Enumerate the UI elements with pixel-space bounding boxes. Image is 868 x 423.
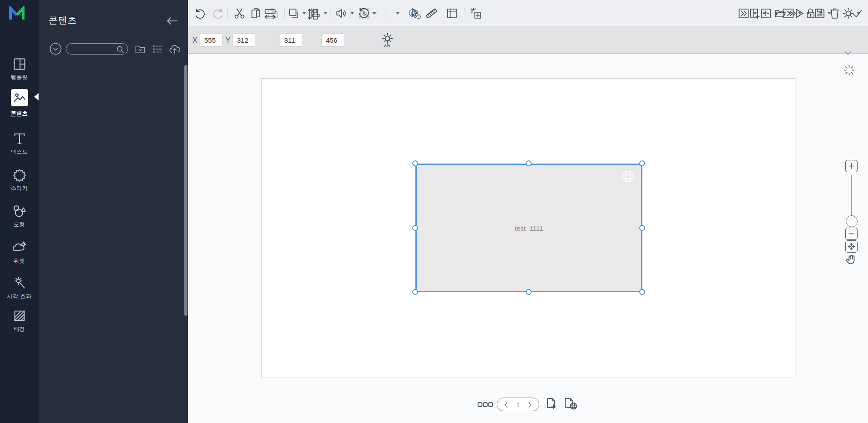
visual-effects-icon	[13, 276, 26, 290]
contents-panel: 콘텐츠	[39, 0, 188, 423]
emphasis-animation-button[interactable]	[760, 7, 774, 20]
background-icon	[13, 309, 26, 323]
resize-handle-se[interactable]	[639, 289, 645, 295]
exit-animation-button[interactable]	[782, 7, 796, 20]
enter-animation-button[interactable]	[738, 7, 751, 20]
toolbar-divider	[385, 8, 385, 19]
zoom-slider-knob[interactable]	[846, 215, 858, 227]
page-navigator: 1	[497, 398, 539, 411]
duplicate-button[interactable]	[288, 7, 300, 20]
resize-handle-ne[interactable]	[639, 160, 645, 166]
height-icon	[307, 7, 319, 21]
api-label: API	[384, 44, 390, 48]
enter-animation-caret[interactable]	[753, 12, 757, 15]
undo-button[interactable]	[194, 7, 206, 20]
sidebar-item-contents[interactable]: 콘텐츠	[0, 88, 39, 124]
history-button[interactable]	[358, 7, 370, 20]
toolbar-divider	[350, 8, 351, 19]
confirm-check-button[interactable]	[851, 7, 863, 20]
width-icon	[263, 7, 277, 20]
sidebar-item-label: 도형	[0, 221, 39, 229]
upload-cloud-icon[interactable]	[169, 44, 181, 55]
ruler-button[interactable]	[425, 7, 438, 20]
ghost-globe-icon	[620, 169, 636, 185]
guide-table-button[interactable]	[446, 7, 458, 20]
search-box[interactable]	[66, 43, 128, 55]
align-dropdown-caret[interactable]	[324, 12, 327, 15]
add-page-button[interactable]	[546, 397, 558, 410]
sidebar-item-label: 템플릿	[0, 74, 39, 81]
search-input[interactable]	[71, 45, 116, 53]
toolbar-divider	[227, 8, 228, 19]
contents-icon	[11, 89, 28, 106]
collapse-toolbar-chevron-icon[interactable]	[844, 50, 852, 56]
resize-handle-n[interactable]	[526, 160, 532, 166]
resize-handle-nw[interactable]	[412, 160, 418, 166]
sidebar-item-templates[interactable]: 템플릿	[0, 54, 39, 89]
sidebar-item-label: 시각 효과	[0, 293, 39, 300]
resize-handle-e[interactable]	[639, 225, 645, 231]
sparkle-burst-icon	[843, 64, 855, 76]
delete-button[interactable]	[829, 7, 841, 20]
toolbar-divider	[330, 8, 331, 19]
panel-search-row	[39, 43, 188, 55]
left-nav-rail: 템플릿 콘텐츠 텍스트 스티커 도형 위젯 시각 효과 배경	[0, 0, 39, 423]
audio-button[interactable]	[335, 7, 347, 20]
selected-element-test-1111[interactable]: test_1111	[415, 164, 642, 292]
sidebar-item-background[interactable]: 배경	[0, 305, 39, 341]
collapse-panel-arrow-icon[interactable]	[166, 16, 178, 25]
duplicate-dropdown-caret[interactable]	[302, 12, 306, 15]
width-input[interactable]	[280, 33, 302, 47]
pan-hand-button[interactable]	[845, 254, 858, 266]
sidebar-item-sticker[interactable]: 스티커	[0, 164, 39, 200]
add-effect-button[interactable]	[470, 7, 482, 20]
active-item-notch	[34, 93, 39, 100]
redo-button[interactable]	[212, 7, 224, 20]
element-label: test_1111	[417, 224, 641, 232]
sticker-icon	[13, 168, 26, 182]
toolbar-divider	[464, 8, 464, 19]
panel-scrollbar[interactable]	[184, 65, 187, 316]
toolbar-divider	[260, 8, 260, 19]
zoom-out-button[interactable]	[845, 228, 858, 240]
search-icon	[116, 45, 124, 53]
app-logo-icon[interactable]	[9, 6, 25, 21]
text-icon	[13, 132, 26, 145]
list-view-icon[interactable]	[152, 44, 163, 55]
folder-icon[interactable]	[135, 44, 146, 55]
cursor-refresh-button[interactable]	[409, 7, 421, 20]
audio-dropdown-caret[interactable]	[350, 12, 354, 15]
api-settings-button[interactable]	[381, 32, 394, 45]
resize-handle-s[interactable]	[526, 289, 532, 295]
fit-to-screen-button[interactable]	[845, 240, 858, 253]
sidebar-item-label: 스티커	[0, 184, 39, 192]
resize-handle-sw[interactable]	[412, 289, 418, 295]
zoom-slider-track[interactable]	[851, 175, 852, 215]
sidebar-item-visual-effects[interactable]: 시각 효과	[0, 273, 39, 308]
history-dropdown-caret[interactable]	[372, 12, 376, 15]
toolbar-divider	[284, 8, 285, 19]
sidebar-item-shapes[interactable]: 도형	[0, 201, 39, 236]
api-dropdown-caret[interactable]	[396, 12, 399, 15]
resize-handle-w[interactable]	[412, 225, 418, 231]
y-input[interactable]	[232, 33, 255, 47]
next-page-chevron[interactable]	[526, 401, 533, 408]
shapes-icon	[13, 204, 26, 218]
emphasis-animation-caret[interactable]	[775, 12, 779, 15]
sidebar-item-label: 콘텐츠	[0, 110, 39, 118]
sidebar-item-widget[interactable]: 위젯	[0, 237, 39, 273]
lock-dropdown-caret[interactable]	[819, 12, 823, 15]
panel-title: 콘텐츠	[49, 14, 77, 26]
cut-button[interactable]	[233, 7, 246, 20]
sidebar-item-label: 위젯	[0, 257, 39, 265]
exit-animation-caret[interactable]	[798, 12, 802, 15]
lock-button[interactable]	[804, 7, 817, 20]
zoom-in-button[interactable]	[845, 160, 858, 172]
filter-dropdown-icon[interactable]	[49, 43, 62, 55]
page-thumbnails-button[interactable]	[477, 401, 493, 408]
add-web-page-button[interactable]	[564, 397, 578, 410]
x-input[interactable]	[200, 33, 222, 47]
height-input[interactable]	[321, 33, 344, 47]
templates-icon	[13, 57, 26, 71]
sidebar-item-text[interactable]: 텍스트	[0, 128, 39, 164]
